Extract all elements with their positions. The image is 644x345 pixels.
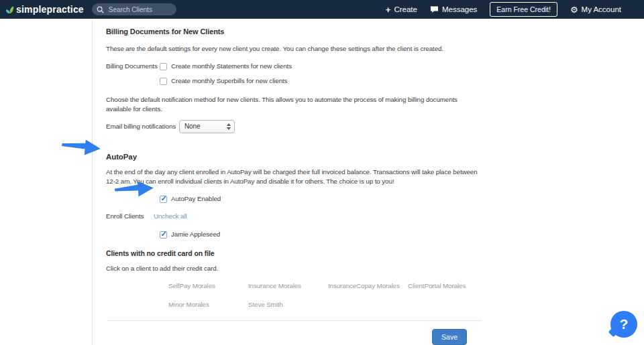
client-enroll-checkbox[interactable] xyxy=(160,231,167,238)
superbills-checkbox-row[interactable]: Create monthly Superbills for new client… xyxy=(160,76,292,86)
superbills-checkbox[interactable] xyxy=(160,78,167,85)
client-link[interactable]: Insurance Morales xyxy=(248,281,328,291)
client-link[interactable]: Minor Morales xyxy=(168,300,248,309)
search-box[interactable] xyxy=(92,3,176,15)
no-card-hint: Click on a client to add their credit ca… xyxy=(106,264,483,273)
annotation-arrow-autopay-icon xyxy=(61,135,101,159)
autopay-title: AutoPay xyxy=(106,152,483,161)
billing-documents-row: Billing Documents Create monthly Stateme… xyxy=(106,62,483,86)
client-enroll-row[interactable]: Jamie Appleseed xyxy=(160,230,483,239)
no-card-title: Clients with no credit card on file xyxy=(106,249,483,258)
earn-credit-button[interactable]: Earn Free Credit! xyxy=(490,2,557,17)
settings-content: Billing Documents for New Clients These … xyxy=(106,19,483,345)
enroll-clients-label: Enroll Clients xyxy=(106,212,154,221)
client-link[interactable]: Steve Smith xyxy=(248,300,328,309)
email-notifications-row: Email billing notifications None xyxy=(106,120,483,133)
billing-documents-title: Billing Documents for New Clients xyxy=(106,27,483,36)
my-account-button[interactable]: ⚙ My Account xyxy=(570,5,621,14)
client-link[interactable]: InsuranceCopay Morales xyxy=(328,281,408,291)
annotation-arrow-enabled-icon xyxy=(111,180,158,200)
no-card-client-grid: SelfPay Morales Insurance Morales Insura… xyxy=(168,281,483,309)
save-button[interactable]: Save xyxy=(432,329,467,345)
gear-icon: ⚙ xyxy=(570,5,578,14)
autopay-enabled-row[interactable]: AutoPay Enabled xyxy=(160,194,483,204)
help-button[interactable]: ? xyxy=(610,311,637,338)
billing-documents-label: Billing Documents xyxy=(106,62,160,86)
statements-checkbox-row[interactable]: Create monthly Statements for new client… xyxy=(160,62,292,71)
email-notifications-label: Email billing notifications xyxy=(106,122,179,131)
plus-icon: + xyxy=(386,5,391,14)
section-divider xyxy=(107,320,482,321)
enroll-clients-row: Enroll Clients Uncheck all xyxy=(106,212,483,221)
client-enroll-label: Jamie Appleseed xyxy=(171,230,220,239)
messages-label: Messages xyxy=(442,5,477,13)
sidebar-divider xyxy=(92,19,93,345)
help-question-mark: ? xyxy=(620,316,629,332)
message-icon xyxy=(430,5,439,13)
messages-button[interactable]: Messages xyxy=(430,5,477,13)
select-arrows-icon xyxy=(227,123,231,130)
header-nav: + Create Messages Earn Free Credit! ⚙ My… xyxy=(386,2,621,17)
email-notifications-select[interactable]: None xyxy=(179,120,235,133)
create-button[interactable]: + Create xyxy=(386,5,417,14)
search-icon xyxy=(97,6,104,13)
superbills-checkbox-label: Create monthly Superbills for new client… xyxy=(171,76,287,86)
statements-checkbox-label: Create monthly Statements for new client… xyxy=(171,62,292,71)
top-nav-bar: simplepractice + Create Messages Earn Fr… xyxy=(0,0,644,19)
autopay-description: At the end of the day any client enrolle… xyxy=(106,167,483,186)
autopay-enabled-label: AutoPay Enabled xyxy=(171,194,221,204)
statements-checkbox[interactable] xyxy=(160,63,167,70)
search-input[interactable] xyxy=(107,5,172,14)
email-notifications-value: None xyxy=(184,122,201,131)
notification-method-text: Choose the default notification method f… xyxy=(106,95,483,114)
uncheck-all-link[interactable]: Uncheck all xyxy=(154,212,187,221)
autopay-enabled-checkbox[interactable] xyxy=(160,196,167,203)
logo-leaf-icon xyxy=(5,5,14,14)
brand-name: simplepractice xyxy=(16,4,84,15)
billing-intro-text: These are the default settings for every… xyxy=(106,44,483,54)
client-link[interactable]: ClientPortal Morales xyxy=(408,281,488,291)
my-account-label: My Account xyxy=(582,5,621,13)
brand-logo[interactable]: simplepractice xyxy=(5,4,84,15)
create-label: Create xyxy=(394,5,417,13)
client-link[interactable]: SelfPay Morales xyxy=(168,281,248,291)
